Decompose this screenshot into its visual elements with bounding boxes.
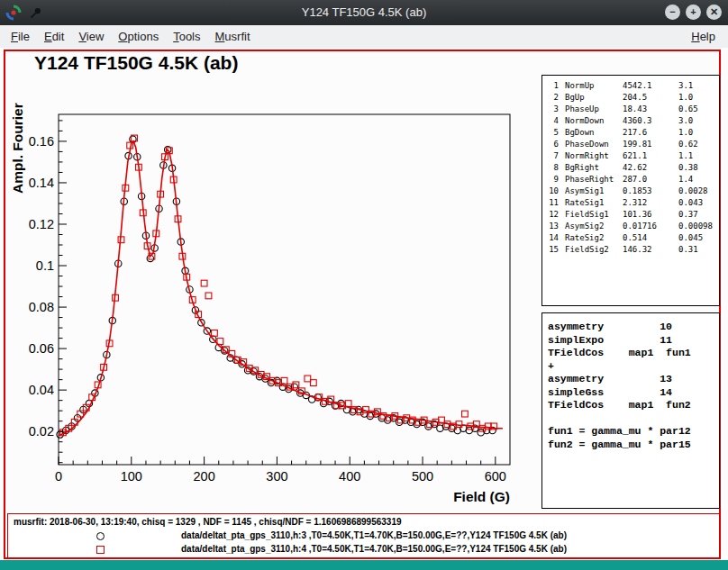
svg-text:500: 500 — [412, 469, 433, 484]
theory-line: TFieldCos map1 fun2 — [548, 399, 719, 412]
menu-item-edit[interactable]: Edit — [37, 27, 71, 46]
svg-text:0.02: 0.02 — [29, 424, 54, 439]
menu-item-file[interactable]: File — [4, 27, 37, 46]
fit-info: musrfit: 2018-06-30, 13:19:40, chisq = 1… — [14, 517, 402, 527]
legend-entry: data/deltat_pta_gps_3110,h:4 ,T0=4.50K,T… — [8, 543, 719, 556]
theory-line — [548, 412, 719, 426]
theory-line: fun2 = gamma_mu * par15 — [548, 439, 719, 452]
theory-line: asymmetry 10 — [548, 321, 719, 334]
square-marker-icon — [96, 546, 105, 554]
parameter-row: 1NormUp4542.13.1 — [546, 80, 719, 92]
svg-text:300: 300 — [266, 469, 287, 484]
parameter-row: 6PhaseDown199.810.62 — [546, 139, 719, 150]
svg-text:0.14: 0.14 — [29, 176, 54, 190]
svg-text:Ampl. Fourier: Ampl. Fourier — [10, 103, 25, 194]
legend-entry: data/deltat_pta_gps_3110,h:3 ,T0=4.50K,T… — [8, 529, 719, 543]
svg-text:0.1: 0.1 — [36, 258, 54, 273]
maximize-button[interactable]: + — [686, 5, 701, 20]
parameter-row: 15FieldSig2146.320.31 — [546, 244, 719, 256]
plot-title: Y124 TF150G 4.5K (ab) — [34, 52, 238, 74]
window-title: Y124 TF150G 4.5K (ab) — [0, 0, 728, 25]
menu-item-musrfit[interactable]: Musrfit — [208, 27, 258, 46]
parameter-row: 4NormDown4360.33.0 — [546, 115, 719, 127]
titlebar[interactable]: Y124 TF150G 4.5K (ab) − + ✕ — [0, 0, 728, 25]
menu-items: FileEditViewOptionsToolsMusrfit — [4, 25, 258, 48]
parameter-row: 11RateSig12.3120.043 — [546, 197, 719, 209]
theory-line: asymmetry 13 — [548, 373, 719, 386]
legend-entry-label: data/deltat_pta_gps_3110,h:4 ,T0=4.50K,T… — [181, 544, 567, 554]
parameter-row: 2BgUp204.51.0 — [546, 92, 719, 104]
theory-line: simpleGss 14 — [548, 386, 719, 400]
theory-box[interactable]: asymmetry 10simplExpo 11TFieldCos map1 f… — [541, 312, 720, 509]
theory-line: simplExpo 11 — [548, 334, 719, 348]
menu-item-help[interactable]: Help — [684, 27, 723, 46]
svg-text:100: 100 — [121, 469, 142, 484]
theory-line: TFieldCos map1 fun1 — [548, 347, 719, 360]
parameter-row: 8BgRight42.620.38 — [546, 162, 719, 174]
theory-line: fun1 = gamma_mu * par12 — [548, 425, 719, 439]
svg-text:0.08: 0.08 — [29, 300, 54, 314]
svg-text:0.06: 0.06 — [29, 341, 54, 356]
parameter-row: 3PhaseUp18.430.65 — [546, 104, 719, 115]
menubar: FileEditViewOptionsToolsMusrfit Help — [0, 25, 728, 49]
svg-text:600: 600 — [485, 469, 506, 484]
svg-text:400: 400 — [339, 469, 360, 484]
parameter-row: 5BgDown217.61.0 — [546, 127, 719, 139]
parameter-box[interactable]: 1NormUp4542.13.12BgUp204.51.03PhaseUp18.… — [541, 75, 720, 306]
parameter-row: 10AsymSig10.18530.0028 — [546, 185, 719, 197]
menu-item-options[interactable]: Options — [111, 27, 166, 46]
svg-text:0.16: 0.16 — [29, 134, 54, 149]
app-window: Y124 TF150G 4.5K (ab) − + ✕ FileEditView… — [0, 0, 728, 570]
svg-text:200: 200 — [194, 469, 215, 484]
svg-text:0: 0 — [55, 469, 62, 484]
theory-line: + — [548, 360, 719, 374]
chart-svg[interactable]: 01002003004005006000.020.040.060.080.10.… — [0, 97, 541, 520]
close-button[interactable]: ✕ — [706, 5, 722, 20]
bottom-panel-strip — [0, 560, 728, 570]
legend-box[interactable]: musrfit: 2018-06-30, 13:19:40, chisq = 1… — [7, 513, 720, 558]
parameter-row: 13AsymSig20.017160.00098 — [546, 221, 719, 232]
circle-marker-icon — [96, 532, 105, 540]
legend-entry-label: data/deltat_pta_gps_3110,h:3 ,T0=4.50K,T… — [181, 530, 567, 540]
menu-item-view[interactable]: View — [71, 27, 111, 46]
root-canvas[interactable]: Y124 TF150G 4.5K (ab) 010020030040050060… — [0, 48, 728, 560]
svg-text:0.04: 0.04 — [29, 383, 54, 397]
menu-item-tools[interactable]: Tools — [166, 27, 207, 46]
svg-text:0.12: 0.12 — [29, 217, 54, 231]
parameter-row: 14RateSig20.5140.045 — [546, 232, 719, 244]
parameter-row: 12FieldSig1101.360.37 — [546, 209, 719, 221]
parameter-row: 9PhaseRight287.01.4 — [546, 174, 719, 185]
minimize-button[interactable]: − — [665, 5, 680, 20]
svg-text:Field (G): Field (G) — [453, 489, 510, 504]
parameter-row: 7NormRight621.11.1 — [546, 150, 719, 162]
